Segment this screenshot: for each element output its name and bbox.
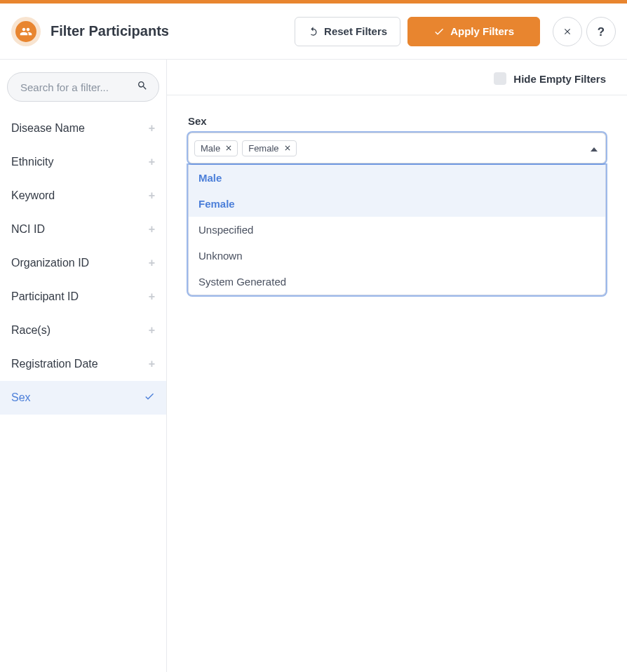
chip-label: Female [248, 143, 278, 154]
sex-multiselect[interactable]: MaleFemale MaleFemaleUnspecifiedUnknownS… [188, 133, 606, 163]
close-button[interactable] [553, 17, 582, 46]
chip-female: Female [242, 140, 296, 156]
hide-empty-row: Hide Empty Filters [167, 60, 627, 95]
plus-icon: + [149, 122, 155, 135]
close-icon [283, 144, 292, 152]
sidebar-item-disease-name[interactable]: Disease Name+ [0, 112, 166, 145]
plus-icon: + [149, 189, 155, 202]
hide-empty-label: Hide Empty Filters [513, 73, 606, 85]
svg-text:?: ? [598, 25, 605, 38]
option-male[interactable]: Male [189, 165, 605, 191]
sidebar-item-label: Organization ID [11, 257, 89, 269]
option-unspecified[interactable]: Unspecified [189, 217, 605, 243]
sidebar-item-label: Keyword [11, 189, 55, 202]
sidebar-item-participant-id[interactable]: Participant ID+ [0, 280, 166, 314]
reset-filters-label: Reset Filters [324, 25, 387, 37]
undo-icon [308, 26, 318, 36]
sidebar-item-label: Ethnicity [11, 156, 53, 168]
option-unknown[interactable]: Unknown [189, 243, 605, 269]
participants-icon [15, 21, 36, 42]
main-panel: Hide Empty Filters Sex MaleFemale MaleFe… [167, 60, 627, 672]
sidebar-item-label: Participant ID [11, 290, 79, 303]
sidebar-item-registration-date[interactable]: Registration Date+ [0, 347, 166, 381]
plus-icon: + [149, 223, 155, 236]
header: Filter Participants Reset Filters Apply … [0, 4, 627, 60]
hide-empty-checkbox[interactable] [494, 72, 506, 85]
search-wrap [7, 72, 159, 102]
multiselect-control[interactable]: MaleFemale [188, 133, 606, 163]
help-icon: ? [597, 25, 605, 38]
caret-up-icon [591, 147, 598, 152]
check-icon [433, 26, 445, 37]
chip-remove-button[interactable] [224, 144, 233, 152]
sidebar-item-label: Disease Name [11, 122, 85, 135]
apply-filters-label: Apply Filters [450, 25, 514, 37]
plus-icon: + [149, 358, 155, 370]
sidebar-item-label: Race(s) [11, 324, 50, 337]
reset-filters-button[interactable]: Reset Filters [295, 17, 400, 46]
chip-male: Male [194, 140, 238, 156]
sidebar-item-nci-id[interactable]: NCI ID+ [0, 213, 166, 246]
plus-icon: + [149, 290, 155, 303]
check-icon [144, 391, 155, 405]
apply-filters-button[interactable]: Apply Filters [407, 17, 540, 46]
sidebar-item-sex[interactable]: Sex [0, 381, 166, 415]
sidebar-item-label: Sex [11, 391, 31, 404]
sidebar-item-race-s-[interactable]: Race(s)+ [0, 314, 166, 347]
close-icon [224, 144, 233, 152]
chip-remove-button[interactable] [283, 144, 292, 152]
page-title: Filter Participants [50, 23, 169, 39]
sidebar-item-organization-id[interactable]: Organization ID+ [0, 246, 166, 280]
sidebar: Disease Name+Ethnicity+Keyword+NCI ID+Or… [0, 60, 167, 672]
page-icon-wrap [11, 17, 41, 46]
chip-label: Male [201, 143, 220, 154]
search-input[interactable] [7, 72, 159, 102]
multiselect-dropdown: MaleFemaleUnspecifiedUnknownSystem Gener… [188, 165, 606, 295]
sidebar-item-keyword[interactable]: Keyword+ [0, 179, 166, 213]
sidebar-item-ethnicity[interactable]: Ethnicity+ [0, 145, 166, 179]
plus-icon: + [149, 156, 155, 168]
option-system-generated[interactable]: System Generated [189, 269, 605, 295]
field-wrap: Sex MaleFemale MaleFemaleUnspecifiedUnkn… [167, 95, 627, 183]
option-female[interactable]: Female [189, 191, 605, 217]
sidebar-item-label: NCI ID [11, 223, 45, 236]
sidebar-item-label: Registration Date [11, 358, 98, 370]
close-icon [562, 27, 572, 36]
dropdown-toggle[interactable] [591, 142, 598, 154]
plus-icon: + [149, 324, 155, 337]
field-label: Sex [188, 115, 606, 127]
plus-icon: + [149, 257, 155, 269]
help-button[interactable]: ? [586, 17, 616, 46]
